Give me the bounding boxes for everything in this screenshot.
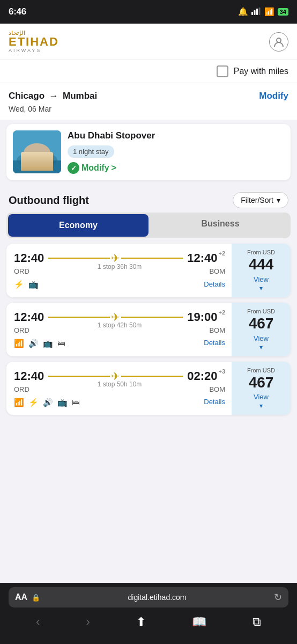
view-button[interactable]: View bbox=[254, 334, 269, 342]
view-button[interactable]: View bbox=[254, 275, 269, 283]
line-left bbox=[48, 317, 110, 318]
tabs-button[interactable]: ⧉ bbox=[246, 613, 268, 631]
stop-info: 1 stop 36h 30m bbox=[33, 263, 206, 270]
url-display: digital.etihad.com bbox=[44, 593, 270, 602]
line-right bbox=[121, 258, 183, 259]
status-bar: 6:46 🔔 📶 34 bbox=[0, 0, 297, 24]
day-offset: +3 bbox=[218, 368, 225, 375]
wifi-icon: 📶 bbox=[14, 339, 24, 348]
battery-indicator: 34 bbox=[278, 8, 288, 16]
flight-main: 12:40 ✈ 12:40 +2 ORD 1 stop 36h 30m BOM … bbox=[6, 244, 232, 297]
outbound-header: Outbound flight Filter/Sort ▾ bbox=[0, 185, 297, 213]
flight-card: 12:40 ✈ 12:40 +2 ORD 1 stop 36h 30m BOM … bbox=[6, 244, 291, 297]
price-currency: From USD bbox=[247, 367, 275, 374]
svg-rect-2 bbox=[256, 9, 258, 15]
bed-icon: 🛏 bbox=[57, 339, 65, 348]
status-icons: 🔔 📶 34 bbox=[238, 7, 288, 17]
flight-main: 12:40 ✈ 02:20 +3 ORD 1 stop 50h 10m BOM … bbox=[6, 362, 232, 415]
check-icon: ✓ bbox=[68, 162, 79, 174]
route-date: Wed, 06 Mar bbox=[0, 104, 297, 120]
tv-icon: 📺 bbox=[57, 398, 68, 407]
filter-sort-chevron: ▾ bbox=[277, 196, 280, 204]
price-panel: From USD 467 View ▾ bbox=[232, 303, 291, 356]
route-info: Chicago → Mumbai bbox=[9, 91, 97, 101]
origin-airport: ORD bbox=[14, 385, 33, 393]
bed-icon: 🛏 bbox=[72, 398, 80, 407]
origin-airport: ORD bbox=[14, 326, 33, 334]
browser-navigation: ‹ › ⬆ 📖 ⧉ bbox=[9, 613, 288, 631]
stopover-title: Abu Dhabi Stopover bbox=[68, 130, 284, 141]
details-link[interactable]: Details bbox=[204, 398, 225, 406]
price-amount: 467 bbox=[249, 316, 274, 332]
svg-rect-9 bbox=[13, 160, 61, 173]
price-amount: 467 bbox=[249, 375, 274, 391]
day-offset: +2 bbox=[218, 250, 225, 257]
expand-chevron[interactable]: ▾ bbox=[259, 402, 263, 409]
app-header: الإتحاد ETIHAD AIRWAYS bbox=[0, 24, 297, 60]
logo: الإتحاد ETIHAD AIRWAYS bbox=[9, 30, 59, 53]
stop-info: 1 stop 42h 50m bbox=[33, 321, 206, 329]
forward-button[interactable]: › bbox=[79, 613, 96, 631]
route-destination: Mumbai bbox=[63, 91, 97, 101]
share-button[interactable]: ⬆ bbox=[130, 613, 152, 631]
lock-icon: 🔒 bbox=[32, 594, 40, 602]
notification-icon: 🔔 bbox=[238, 7, 248, 17]
signal-icon bbox=[251, 8, 261, 17]
modify-route-button[interactable]: Modify bbox=[259, 91, 288, 101]
amenities: 📶⚡🔊📺🛏 bbox=[14, 398, 80, 407]
day-offset: +2 bbox=[218, 309, 225, 316]
amenities: ⚡📺 bbox=[14, 280, 39, 289]
airports-row: ORD 1 stop 36h 30m BOM bbox=[14, 267, 225, 275]
price-currency: From USD bbox=[247, 249, 275, 255]
wifi-icon: 📶 bbox=[14, 398, 24, 407]
line-right bbox=[121, 376, 183, 377]
expand-chevron[interactable]: ▾ bbox=[259, 343, 263, 351]
expand-chevron[interactable]: ▾ bbox=[259, 284, 263, 292]
cabin-class-tabs: Economy Business bbox=[6, 213, 291, 238]
details-link[interactable]: Details bbox=[204, 280, 225, 288]
flight-list: 12:40 ✈ 12:40 +2 ORD 1 stop 36h 30m BOM … bbox=[0, 244, 297, 415]
svg-point-7 bbox=[24, 143, 50, 163]
flight-card: 12:40 ✈ 02:20 +3 ORD 1 stop 50h 10m BOM … bbox=[6, 362, 291, 415]
svg-point-6 bbox=[17, 152, 57, 168]
route-origin: Chicago bbox=[9, 91, 44, 101]
svg-rect-8 bbox=[24, 153, 50, 162]
view-button[interactable]: View bbox=[254, 393, 269, 401]
back-button[interactable]: ‹ bbox=[29, 613, 46, 631]
pay-miles-checkbox[interactable] bbox=[217, 65, 228, 77]
pay-with-miles-row: Pay with miles bbox=[0, 60, 297, 83]
svg-rect-1 bbox=[254, 10, 255, 15]
location-icon: 🔊 bbox=[28, 339, 39, 348]
price-panel: From USD 467 View ▾ bbox=[232, 362, 291, 415]
stopover-modify-button[interactable]: ✓ Modify > bbox=[68, 162, 284, 174]
origin-airport: ORD bbox=[14, 267, 33, 275]
usb-icon: ⚡ bbox=[14, 280, 24, 289]
url-bar[interactable]: AA 🔒 digital.etihad.com ↻ bbox=[9, 587, 288, 608]
filter-sort-button[interactable]: Filter/Sort ▾ bbox=[233, 192, 288, 208]
logo-airways: AIRWAYS bbox=[9, 48, 59, 53]
filter-sort-label: Filter/Sort bbox=[241, 196, 273, 204]
font-size-control[interactable]: AA bbox=[15, 592, 27, 602]
route-row: Chicago → Mumbai Modify bbox=[0, 83, 297, 104]
tab-economy[interactable]: Economy bbox=[8, 214, 148, 237]
bookmarks-button[interactable]: 📖 bbox=[185, 613, 213, 631]
tab-economy-label: Economy bbox=[59, 221, 98, 230]
stay-badge: 1 night stay bbox=[68, 145, 114, 158]
stopover-chevron: > bbox=[112, 163, 116, 173]
refresh-button[interactable]: ↻ bbox=[274, 591, 282, 603]
browser-bar: AA 🔒 digital.etihad.com ↻ ‹ › ⬆ 📖 ⧉ bbox=[0, 583, 297, 644]
wifi-status-icon: 📶 bbox=[264, 7, 274, 17]
profile-button[interactable] bbox=[269, 32, 288, 52]
outbound-title: Outbound flight bbox=[9, 194, 89, 207]
line-left bbox=[48, 258, 110, 259]
amenities: 📶🔊📺🛏 bbox=[14, 339, 65, 348]
tv-icon: 📺 bbox=[43, 339, 53, 348]
airports-row: ORD 1 stop 42h 50m BOM bbox=[14, 326, 225, 334]
tab-business[interactable]: Business bbox=[150, 213, 291, 238]
stop-info: 1 stop 50h 10m bbox=[33, 380, 206, 388]
location-icon: 🔊 bbox=[43, 398, 53, 407]
svg-rect-3 bbox=[258, 8, 260, 15]
dest-airport: BOM bbox=[206, 385, 225, 393]
details-link[interactable]: Details bbox=[204, 339, 225, 347]
airports-row: ORD 1 stop 50h 10m BOM bbox=[14, 385, 225, 393]
